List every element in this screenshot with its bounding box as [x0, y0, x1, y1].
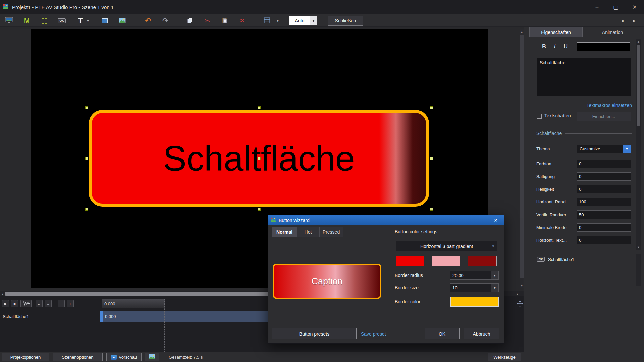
font-color-swatch[interactable] — [577, 42, 630, 51]
dialog-title-bar[interactable]: Button wizzard ✕ — [268, 215, 504, 225]
selection-handle[interactable] — [430, 106, 433, 109]
next-keyframe-button[interactable]: → — [45, 300, 52, 307]
selection-center-handle[interactable] — [258, 157, 261, 160]
horizont-text-input[interactable]: 0 — [577, 236, 631, 244]
properties-scrollbar[interactable]: ▲ ▼ — [636, 39, 641, 250]
delete-button[interactable]: ✕ — [238, 14, 246, 27]
scroll-down-icon[interactable]: ▼ — [636, 245, 641, 250]
object-list-scrollbar[interactable] — [636, 254, 641, 286]
selection-handle[interactable] — [85, 106, 88, 109]
chevron-down-icon[interactable]: ▾ — [623, 145, 631, 153]
fullscreen-preview-button[interactable] — [145, 353, 159, 361]
canvas-vertical-scrollbar[interactable]: ▲ ▼ — [520, 29, 524, 288]
textmakros-link[interactable]: Textmakros einsetzen — [587, 103, 632, 108]
zoom-in-button[interactable]: + — [67, 300, 74, 307]
tab-hot[interactable]: Hot — [297, 227, 319, 237]
chevron-down-icon[interactable]: ▾ — [310, 16, 317, 25]
border-radius-select[interactable]: 20.00 ▾ — [450, 271, 499, 280]
scrollbar-thumb[interactable] — [637, 45, 640, 126]
border-color-swatch[interactable] — [450, 297, 499, 307]
grid-dropdown[interactable]: ▾ — [275, 14, 280, 27]
copy-button[interactable] — [186, 14, 194, 27]
undo-button[interactable]: ↶ — [144, 14, 152, 27]
scroll-up-icon[interactable]: ▲ — [636, 39, 641, 44]
add-button-tool[interactable]: OK — [56, 14, 67, 27]
add-rectangle-button[interactable] — [101, 14, 109, 27]
vorschau-button[interactable]: ▶ Vorschau — [106, 353, 142, 361]
zoom-out-button[interactable]: − — [58, 300, 65, 307]
scroll-down-icon[interactable]: ▼ — [520, 283, 524, 288]
tab-animation[interactable]: Animation — [585, 27, 640, 37]
scrollbar-thumb[interactable] — [520, 35, 524, 278]
horizont-rand-input[interactable]: 100 — [577, 198, 631, 206]
chevron-down-icon[interactable]: ▾ — [491, 284, 498, 292]
minimale-breite-input[interactable]: 0 — [577, 223, 631, 232]
play-button[interactable]: ▶ — [2, 300, 9, 307]
minimize-button[interactable]: – — [588, 0, 606, 14]
pan-timeline-icon[interactable] — [517, 300, 523, 308]
waveform-button[interactable] — [20, 300, 32, 307]
thema-select[interactable]: Customize ▾ — [577, 145, 631, 153]
stop-button[interactable]: ■ — [11, 300, 18, 307]
scrollbar-thumb[interactable] — [5, 292, 292, 296]
save-preset-link[interactable]: Save preset — [361, 328, 386, 339]
selection-tool-button[interactable] — [40, 14, 48, 27]
selection-handle[interactable] — [430, 157, 433, 160]
underline-button[interactable]: U — [562, 42, 569, 51]
vertik-randver-input[interactable]: 50 — [577, 210, 631, 219]
helligkeit-input[interactable]: 0 — [577, 185, 631, 193]
add-text-button[interactable]: T — [76, 14, 85, 27]
zoom-combobox[interactable]: Auto ▾ — [289, 16, 317, 25]
selection-handle[interactable] — [85, 208, 88, 211]
add-image-button[interactable] — [118, 14, 127, 27]
scroll-right-icon[interactable]: ▸ — [515, 291, 520, 296]
close-button[interactable]: ✕ — [625, 0, 644, 14]
close-editor-button[interactable]: Schließen — [328, 16, 363, 26]
ok-button[interactable]: OK — [425, 328, 460, 339]
prop-label: Thema — [536, 145, 550, 153]
selection-handle[interactable] — [85, 157, 88, 160]
projektoptionen-button[interactable]: Projektoptionen — [2, 353, 49, 361]
playhead-cursor[interactable] — [100, 299, 100, 352]
cut-button[interactable]: ✂ — [203, 14, 211, 27]
add-mask-button[interactable]: M — [22, 14, 32, 27]
redo-button[interactable]: ↷ — [161, 14, 170, 27]
scroll-left-icon[interactable]: ◂ — [0, 291, 5, 296]
screen-options-button[interactable] — [4, 14, 14, 27]
tab-normal[interactable]: Normal — [272, 227, 297, 237]
selection-handle[interactable] — [430, 208, 433, 211]
szenenoptionen-button[interactable]: Szenenoptionen — [53, 353, 103, 361]
text-tool-dropdown[interactable]: ▾ — [85, 14, 91, 27]
scroll-up-icon[interactable]: ▲ — [520, 29, 524, 34]
dialog-close-button[interactable]: ✕ — [491, 215, 501, 225]
italic-button[interactable]: I — [551, 42, 558, 51]
maximize-button[interactable]: ▢ — [606, 0, 625, 14]
tab-eigenschaften[interactable]: Eigenschaften — [529, 27, 583, 37]
button-wizard-dialog: Button wizzard ✕ Normal Hot Pressed Butt… — [268, 215, 504, 344]
gradient-type-select[interactable]: Horizontal 3 part gradient ▾ — [396, 241, 497, 251]
gradient-color1-swatch[interactable] — [396, 256, 424, 266]
prev-slide-button[interactable]: ◂ — [619, 14, 626, 27]
gradient-color3-swatch[interactable] — [468, 256, 497, 266]
paste-button[interactable] — [221, 14, 229, 27]
button-text-input[interactable]: Schaltfläche — [537, 58, 631, 96]
next-slide-button[interactable]: ▸ — [631, 14, 638, 27]
selection-handle[interactable] — [258, 106, 261, 109]
einrichten-button[interactable]: Einrichten... — [577, 112, 631, 121]
grid-button[interactable] — [263, 14, 271, 27]
button-presets-button[interactable]: Button presets — [272, 328, 357, 339]
werkzeuge-button[interactable]: Werkzeuge — [488, 353, 521, 361]
farbton-input[interactable]: 0 — [577, 160, 631, 168]
cancel-button[interactable]: Abbruch — [464, 328, 499, 339]
tab-pressed[interactable]: Pressed — [319, 227, 343, 237]
saettigung-input[interactable]: 0 — [577, 172, 631, 181]
chevron-down-icon[interactable]: ▾ — [491, 271, 498, 279]
gradient-color2-swatch[interactable] — [432, 256, 460, 266]
object-list-item[interactable]: OK Schaltfläche1 — [527, 255, 635, 264]
keyframe-marker[interactable] — [100, 311, 103, 322]
selection-handle[interactable] — [258, 208, 261, 211]
textschatten-checkbox[interactable] — [537, 114, 542, 119]
border-size-select[interactable]: 10 ▾ — [450, 283, 499, 292]
prev-keyframe-button[interactable]: ← — [36, 300, 43, 307]
bold-button[interactable]: B — [540, 42, 548, 51]
